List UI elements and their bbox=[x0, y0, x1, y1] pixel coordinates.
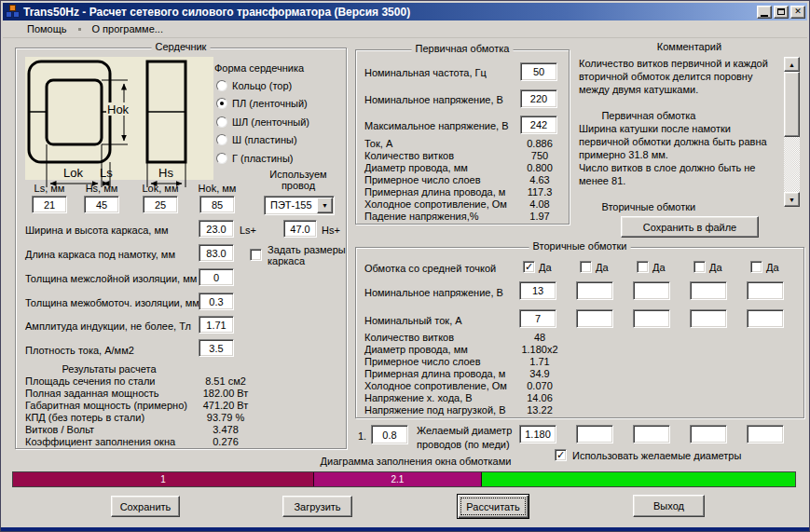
primary-result-value: 0.800 bbox=[511, 162, 569, 174]
primary-frequency-input[interactable] bbox=[520, 62, 557, 81]
checkbox-icon[interactable] bbox=[750, 261, 762, 273]
center-tap-option[interactable]: ✓Да bbox=[523, 261, 560, 273]
primary-voltage-input[interactable] bbox=[520, 89, 557, 108]
diagram-ls-label: Ls bbox=[100, 166, 113, 180]
app-window: Trans50Hz - Расчет сетевого силового тра… bbox=[0, 0, 810, 532]
radio-icon[interactable] bbox=[216, 134, 227, 145]
secondary-current-input[interactable] bbox=[690, 309, 727, 328]
core-shape-option[interactable]: ПЛ (ленточный) bbox=[216, 95, 309, 114]
exit-button[interactable]: Выход bbox=[633, 495, 705, 517]
core-shape-option[interactable]: Г (пластины) bbox=[216, 149, 309, 168]
center-tap-option[interactable]: Да bbox=[637, 261, 674, 273]
minimize-button[interactable] bbox=[757, 6, 772, 19]
core-diagram: Hok Lok Ls Hs bbox=[25, 57, 213, 189]
window-title: Trans50Hz - Расчет сетевого силового тра… bbox=[23, 6, 410, 19]
core-result-label: Полная заданная мощность bbox=[25, 388, 193, 400]
maximize-button[interactable] bbox=[774, 6, 789, 19]
secondary-result-value: 34.9 bbox=[511, 368, 569, 380]
secondary-result-label: Холодное сопротивление, Ом bbox=[364, 380, 511, 392]
secondary-voltage-input[interactable] bbox=[633, 281, 670, 300]
core-shape-option[interactable]: Кольцо (тор) bbox=[216, 76, 309, 95]
chevron-down-icon[interactable]: ▼ bbox=[317, 198, 333, 213]
save-button[interactable]: Сохранить bbox=[111, 496, 180, 517]
radio-icon[interactable] bbox=[216, 153, 227, 164]
set-frame-checkbox[interactable] bbox=[250, 249, 262, 261]
desired-diameter-input[interactable] bbox=[747, 425, 784, 443]
desired-factor-input[interactable] bbox=[371, 425, 408, 444]
scrollbar-track[interactable] bbox=[784, 72, 800, 192]
interlayer-insulation-label: Толщина межслойной изоляции, мм bbox=[25, 273, 197, 284]
current-density-label: Плотность тока, А/мм2 bbox=[25, 345, 134, 356]
radio-icon[interactable] bbox=[216, 80, 227, 91]
scroll-up-icon[interactable]: ▲ bbox=[784, 57, 800, 72]
diagram-hok-label: Hok bbox=[107, 102, 130, 116]
secondary-current-input[interactable] bbox=[519, 309, 556, 328]
comment-scrollbar[interactable]: ▲ ▼ bbox=[784, 57, 800, 207]
secondary-result-label: Количество витков bbox=[364, 332, 511, 344]
secondary-result-label: Напряжение под нагрузкой, В bbox=[364, 404, 511, 416]
load-button[interactable]: Загрузить bbox=[282, 496, 352, 517]
secondary-voltage-input[interactable] bbox=[519, 281, 556, 300]
interwinding-insulation-input[interactable] bbox=[199, 293, 234, 310]
primary-result-value: 4.63 bbox=[511, 174, 569, 186]
frame-width-input[interactable] bbox=[199, 220, 234, 238]
frame-length-input[interactable] bbox=[199, 244, 234, 262]
secondary-voltage-input[interactable] bbox=[747, 281, 784, 300]
dim-hs-input[interactable] bbox=[84, 196, 119, 213]
primary-result-value: 1.97 bbox=[511, 211, 569, 223]
secondary-voltage-label: Номинальное напряжение, В bbox=[364, 287, 503, 298]
desired-diameter-input[interactable] bbox=[633, 425, 670, 443]
checkbox-icon[interactable] bbox=[580, 261, 592, 273]
close-button[interactable]: ✕ bbox=[790, 6, 805, 19]
frame-height-input[interactable] bbox=[283, 220, 317, 238]
menu-about[interactable]: О программе... bbox=[89, 21, 167, 36]
desired-diameter-input[interactable] bbox=[690, 425, 727, 443]
dim-lok-input[interactable] bbox=[143, 196, 178, 213]
core-result-label: Витков / Вольт bbox=[25, 424, 193, 436]
center-tap-option[interactable]: Да bbox=[693, 261, 731, 273]
save-to-file-button[interactable]: Сохранить в файле bbox=[621, 216, 759, 238]
core-result-row: Коэффициент заполнения окна0.276 bbox=[25, 436, 333, 448]
checkbox-icon[interactable] bbox=[637, 261, 649, 273]
core-shape-option[interactable]: ШЛ (ленточный) bbox=[216, 113, 309, 131]
checkbox-icon[interactable] bbox=[693, 261, 706, 273]
secondary-current-input[interactable] bbox=[576, 309, 613, 328]
interlayer-insulation-input[interactable] bbox=[199, 268, 234, 286]
radio-icon[interactable] bbox=[216, 98, 227, 109]
core-result-value: 182.00 Вт bbox=[193, 388, 258, 400]
dim-ls-input[interactable] bbox=[32, 196, 67, 213]
dim-hok-input[interactable] bbox=[199, 196, 235, 213]
primary-result-label: Количество витков bbox=[364, 150, 511, 162]
center-tap-checkboxes: ✓ДаДаДаДаДа bbox=[523, 261, 788, 273]
secondary-current-input[interactable] bbox=[633, 309, 670, 328]
primary-result-row: Холодное сопротивление, Ом4.08 bbox=[364, 198, 569, 211]
desired-diameter-input[interactable] bbox=[519, 425, 556, 443]
wire-combobox[interactable]: ПЭТ-155 ▼ bbox=[264, 196, 335, 215]
scroll-down-icon[interactable]: ▼ bbox=[784, 192, 800, 207]
secondary-voltage-input[interactable] bbox=[576, 281, 613, 300]
menu-help[interactable]: Помощь bbox=[23, 21, 71, 36]
core-shape-option[interactable]: Ш (пластины) bbox=[216, 131, 309, 150]
center-tap-option[interactable]: Да bbox=[580, 261, 617, 273]
core-shape-option-label: Ш (пластины) bbox=[232, 134, 297, 145]
secondary-current-input[interactable] bbox=[747, 309, 784, 328]
primary-result-label: Примерное число слоев bbox=[364, 174, 511, 186]
secondary-current-inputs bbox=[519, 309, 784, 328]
radio-icon[interactable] bbox=[216, 116, 227, 128]
desired-diameter-input[interactable] bbox=[576, 425, 613, 443]
secondary-voltage-input[interactable] bbox=[690, 281, 727, 300]
secondary-result-value: 14.06 bbox=[511, 392, 569, 404]
primary-max-voltage-input[interactable] bbox=[520, 116, 557, 134]
checkbox-icon[interactable]: ✓ bbox=[523, 261, 535, 273]
secondary-result-label: Примерное число слоев bbox=[364, 356, 511, 368]
core-results-title: Результаты расчета bbox=[25, 363, 193, 375]
calculate-button[interactable]: Рассчитать bbox=[457, 494, 529, 519]
induction-input[interactable] bbox=[199, 316, 234, 334]
scrollbar-thumb[interactable] bbox=[784, 72, 800, 137]
primary-result-row: Количество витков750 bbox=[364, 150, 569, 162]
core-group-title: Сердечник bbox=[152, 41, 211, 52]
current-density-input[interactable] bbox=[199, 339, 234, 357]
dim-lok: Lok, мм bbox=[132, 183, 188, 213]
center-tap-option[interactable]: Да bbox=[750, 261, 788, 273]
title-bar[interactable]: Trans50Hz - Расчет сетевого силового тра… bbox=[3, 3, 807, 20]
